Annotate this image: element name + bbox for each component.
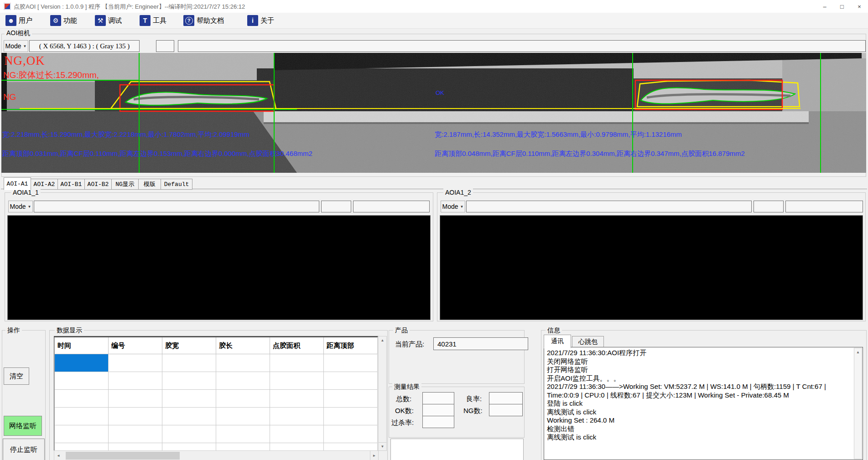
camera-image[interactable]: NG,OK NG:胶体过长:15.290mm, NG OK 宽:2.218mm,… — [1, 53, 866, 173]
panel2-field-2 — [754, 201, 784, 212]
tab-template[interactable]: 模版 — [138, 179, 161, 190]
minimize-button[interactable]: – — [816, 0, 833, 13]
ng-count-field[interactable] — [489, 404, 523, 416]
table-hscrollbar[interactable]: ◄ — [54, 450, 379, 460]
debug-icon: ⚒ — [95, 15, 106, 26]
col-distance-top[interactable]: 距离顶部 — [324, 337, 378, 354]
log-line: 离线测试 is click — [547, 433, 860, 442]
app-window: 点胶AOI [ Version : 1.0.0.9 ] 程序 【当前用户: En… — [0, 0, 868, 460]
panel2-field-1 — [466, 201, 752, 212]
product-group-label: 产品 — [393, 326, 410, 335]
log-line: 离线测试 is click — [547, 408, 860, 417]
chevron-down-icon: ▼ — [460, 205, 464, 209]
gear-icon: ⚙ — [50, 15, 61, 26]
total-field[interactable] — [422, 392, 454, 404]
panel2-mode-button[interactable]: Mode▼ — [441, 201, 465, 212]
scroll-down-icon[interactable]: ▼ — [381, 444, 385, 449]
table-row — [55, 425, 378, 443]
col-glue-area[interactable]: 点胶面积 — [270, 337, 324, 354]
camera-group-label: AOI相机 — [5, 29, 32, 37]
toolbar-help-button[interactable]: ? 帮助文档 — [182, 14, 226, 27]
tab-aoi-a1[interactable]: AOI-A1 — [4, 177, 31, 190]
col-glue-length[interactable]: 胶长 — [216, 337, 270, 354]
toolbar-help-label: 帮助文档 — [197, 16, 224, 25]
table-vscroll-down[interactable]: ▼ — [378, 442, 387, 451]
tab-default[interactable]: Default — [161, 179, 192, 190]
total-label: 总数: — [396, 395, 411, 403]
tab-aoi-b2[interactable]: AOI-B2 — [84, 179, 112, 190]
log-line: 登陆 is click — [547, 399, 860, 408]
toolbar-debug-button[interactable]: ⚒ 调试 — [93, 14, 124, 27]
hscroll-thumb[interactable] — [66, 452, 180, 460]
left-measure-line2: 距离顶部0.031mm,距离CF层0.110mm,距离左边界0.153mm,距离… — [2, 150, 312, 158]
scroll-up-icon[interactable]: ▲ — [856, 350, 860, 354]
tab-aoi-b1[interactable]: AOI-B1 — [57, 179, 85, 190]
scroll-up-icon[interactable]: ▲ — [381, 338, 385, 342]
product-note-box — [390, 439, 524, 460]
selected-cell[interactable] — [55, 354, 109, 372]
chevron-down-icon: ▼ — [28, 205, 31, 209]
scroll-left-icon[interactable]: ◄ — [57, 454, 60, 458]
maximize-icon: □ — [840, 3, 844, 10]
clear-button[interactable]: 清空 — [4, 367, 29, 385]
operation-group-label: 操作 — [5, 326, 22, 335]
scroll-right-icon[interactable]: ► — [373, 454, 376, 458]
network-listen-button[interactable]: 网络监听 — [4, 416, 42, 436]
log-box[interactable]: 2021/7/29 11:36:30:AOI程序打开 关闭网络监听 打开网络监听… — [544, 347, 863, 460]
panel1-field-2 — [321, 201, 351, 212]
camera-coords-field: ( X 6568, Y 1463 ) : ( Gray 135 ) — [29, 40, 140, 52]
panel2-field-3 — [785, 201, 863, 212]
table-row — [55, 372, 378, 390]
panel2-group-label: AOIA1_2 — [443, 189, 473, 196]
app-icon — [4, 3, 11, 10]
tab-comm[interactable]: 通讯 — [544, 335, 571, 348]
window-title: 点胶AOI [ Version : 1.0.0.9 ] 程序 【当前用户: En… — [14, 3, 245, 11]
table-vscrollbar[interactable]: ▲ — [378, 336, 387, 451]
log-vscrollbar[interactable]: ▲ — [854, 348, 862, 459]
tab-aoi-a2[interactable]: AOI-A2 — [31, 179, 58, 190]
toolbar-function-label: 功能 — [63, 16, 77, 25]
camera-aux-field-1 — [156, 40, 174, 52]
log-lines: 2021/7/29 11:36:30:AOI程序打开 关闭网络监听 打开网络监听… — [544, 347, 863, 443]
overkill-field[interactable] — [422, 416, 454, 428]
ng-count-label: NG数: — [463, 407, 483, 415]
tools-icon: T — [140, 15, 151, 26]
toolbar-about-button[interactable]: i 关于 — [245, 14, 276, 27]
table-row — [55, 354, 378, 372]
toolbar-tools-button[interactable]: T 工具 — [138, 14, 168, 27]
col-number[interactable]: 编号 — [109, 337, 162, 354]
ok-count-label: OK数: — [395, 407, 414, 415]
ok-label-text: OK — [436, 89, 444, 96]
panel1-mode-button[interactable]: Mode▼ — [8, 201, 33, 212]
data-table-container: 时间 编号 胶宽 胶长 点胶面积 距离顶部 — [54, 336, 379, 451]
about-icon: i — [247, 15, 258, 26]
toolbar-about-label: 关于 — [260, 16, 274, 25]
toolbar-tools-label: 工具 — [153, 16, 166, 25]
data-display-group-label: 数据显示 — [55, 326, 84, 335]
measure-group-label: 测量结果 — [392, 383, 421, 391]
close-button[interactable]: × — [851, 0, 868, 13]
camera-mode-button[interactable]: Mode▼ — [4, 40, 28, 52]
minimize-icon: – — [823, 3, 826, 10]
panel1-image-view[interactable] — [7, 215, 431, 320]
table-hscroll-right[interactable]: ► — [370, 450, 379, 460]
maximize-button[interactable]: □ — [833, 0, 851, 13]
col-glue-width[interactable]: 胶宽 — [162, 337, 216, 354]
tab-ng-display[interactable]: NG显示 — [111, 179, 139, 190]
log-line: Time:0:0:9 | CPU:0 | 线程数:67 | 提交大小:123M … — [547, 391, 860, 400]
toolbar-user-button[interactable]: ☻ 用户 — [4, 14, 34, 27]
stop-listen-button[interactable]: 停止监听 — [3, 439, 45, 460]
result-text: NG,OK — [4, 54, 45, 68]
help-icon: ? — [183, 15, 194, 26]
ok-count-field[interactable] — [422, 404, 454, 416]
user-icon: ☻ — [5, 15, 16, 26]
log-line: 打开网络监听 — [547, 366, 860, 374]
toolbar-function-button[interactable]: ⚙ 功能 — [48, 14, 79, 27]
current-product-field[interactable]: 40231 — [433, 337, 528, 350]
yield-field[interactable] — [489, 392, 523, 404]
tab-heartbeat[interactable]: 心跳包 — [572, 336, 604, 348]
overkill-label: 过杀率: — [391, 419, 414, 427]
col-time[interactable]: 时间 — [55, 337, 109, 354]
panel2-image-view[interactable] — [440, 215, 863, 320]
toolbar-debug-label: 调试 — [108, 16, 122, 25]
